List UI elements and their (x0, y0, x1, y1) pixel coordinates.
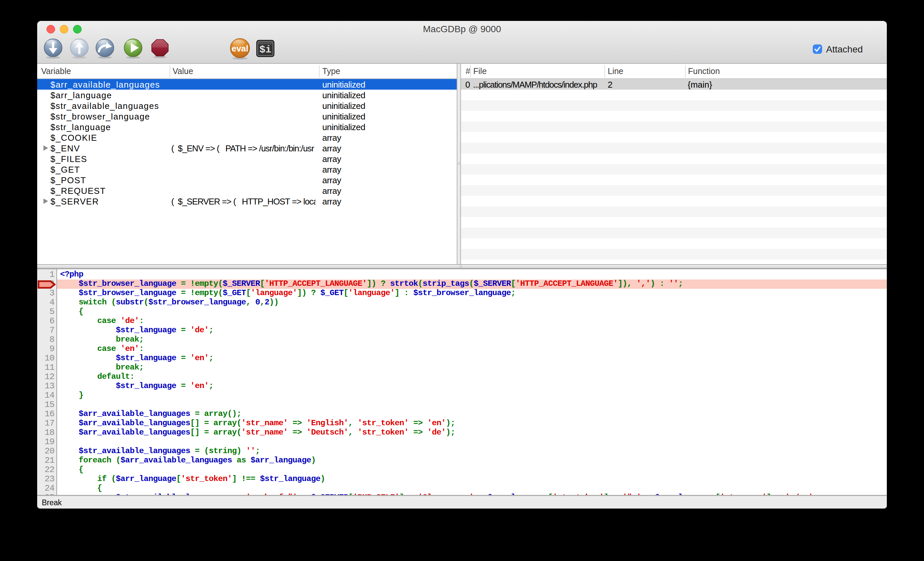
svg-text:eval: eval (232, 44, 249, 54)
svg-text:$i: $i (259, 44, 271, 56)
